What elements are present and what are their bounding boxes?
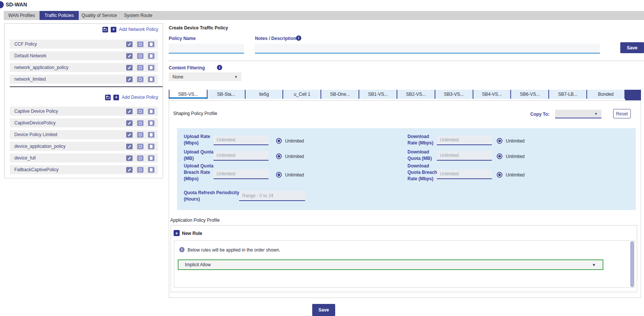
quota-refresh-input[interactable]: [239, 191, 305, 201]
save-button-top[interactable]: Save: [620, 42, 644, 53]
policy-name-link[interactable]: device_full: [14, 155, 36, 161]
trash-icon[interactable]: [148, 53, 154, 59]
trash-icon[interactable]: [148, 120, 154, 126]
policy-name-link[interactable]: Device Policy Limited: [14, 132, 57, 137]
copy-icon[interactable]: [137, 53, 143, 59]
reset-button[interactable]: Reset: [613, 109, 631, 118]
policy-name-link[interactable]: Captive Device Policy: [14, 109, 58, 114]
copy-icon[interactable]: [137, 155, 143, 161]
edit-icon[interactable]: [126, 167, 133, 173]
copy-icon[interactable]: [137, 144, 143, 149]
trash-icon[interactable]: [148, 167, 154, 173]
edit-icon[interactable]: [126, 109, 133, 114]
upload-quota-unlimited-radio[interactable]: [276, 153, 282, 159]
copy-icon[interactable]: [137, 120, 143, 126]
copy-icon[interactable]: [137, 41, 143, 47]
policy-name-link[interactable]: FallbackCaptivePolicy: [14, 167, 58, 172]
tab-overflow-button[interactable]: [625, 90, 641, 100]
add-device-policy-link[interactable]: Add Device Policy: [122, 95, 158, 100]
upload-rate-unlimited-radio[interactable]: [276, 138, 282, 144]
save-button-bottom[interactable]: Save: [312, 304, 335, 316]
download-rate-unlimited-radio[interactable]: [497, 138, 502, 144]
plus-icon[interactable]: +: [113, 95, 119, 100]
policy-name-link[interactable]: CCF Policy: [14, 41, 37, 47]
copy-icon[interactable]: [137, 167, 143, 173]
new-rule-plus-icon[interactable]: +: [174, 230, 180, 236]
iface-tab-sb4[interactable]: SB4-VS...: [473, 90, 511, 99]
folder-icon[interactable]: [105, 95, 111, 100]
iface-tab-lte5g[interactable]: lte5g: [246, 90, 284, 99]
policy-name-link[interactable]: network_limited: [14, 77, 46, 82]
policy-name-link[interactable]: CaptiveDevicePolicy: [14, 120, 55, 126]
edit-icon[interactable]: [126, 65, 133, 71]
copy-to-dropdown[interactable]: ▼: [555, 110, 601, 118]
edit-icon[interactable]: [126, 155, 133, 161]
trash-icon[interactable]: [148, 109, 154, 114]
trash-icon[interactable]: [148, 132, 154, 138]
plus-icon[interactable]: +: [111, 27, 116, 32]
edit-icon[interactable]: [126, 120, 133, 126]
iface-tab-sb6[interactable]: SB6-VS...: [511, 90, 549, 99]
copy-icon[interactable]: [137, 65, 143, 71]
iface-tab-bonded[interactable]: Bonded: [587, 90, 625, 99]
iface-tab-sb3[interactable]: SB3-VS...: [435, 90, 473, 99]
trash-icon[interactable]: [148, 77, 154, 82]
iface-tab-sbone[interactable]: SB-One...: [321, 90, 359, 99]
chevron-down-icon: ▼: [592, 263, 596, 267]
iface-tab-ucell1[interactable]: u_Cell 1: [283, 90, 321, 99]
download-quota-breach-label: Download Quota Breach Rate (Mbps): [407, 163, 439, 182]
upload-quota-breach-unlimited-radio[interactable]: [276, 172, 282, 178]
trash-icon[interactable]: [148, 65, 154, 71]
upload-quota-input[interactable]: [214, 151, 269, 161]
notes-input[interactable]: [255, 44, 600, 54]
tab-system-route[interactable]: System Route: [120, 11, 157, 20]
tab-wan-profiles[interactable]: WAN Profiles: [4, 11, 40, 20]
content-filtering-dropdown[interactable]: None ▼: [169, 72, 241, 81]
iface-tab-sb7[interactable]: SB7-LB...: [549, 90, 587, 99]
device-policy-row: FallbackCaptivePolicy: [10, 165, 158, 174]
download-quota-breach-input[interactable]: [437, 169, 492, 179]
policy-name-input[interactable]: [169, 44, 244, 54]
policy-name-link[interactable]: device_application_policy: [14, 144, 66, 149]
download-quota-unlimited-radio[interactable]: [497, 153, 502, 159]
upload-rate-input[interactable]: [214, 135, 269, 145]
network-policy-row: network_limited: [10, 75, 158, 84]
trash-icon[interactable]: [148, 144, 154, 149]
copy-icon[interactable]: [137, 132, 143, 138]
download-quota-input[interactable]: [437, 151, 492, 161]
edit-icon[interactable]: [126, 53, 133, 59]
info-icon: i: [217, 65, 222, 70]
quota-refresh-label: Quota Refresh Periodicity (Hours): [184, 190, 243, 202]
edit-icon[interactable]: [126, 77, 133, 82]
iface-tab-sb2[interactable]: SB2-VS...: [397, 90, 435, 99]
application-policy-title: Application Policy Profile: [170, 218, 220, 223]
edit-icon[interactable]: [126, 132, 133, 138]
network-policy-row: network_application_policy: [10, 63, 158, 72]
panel-divider: [10, 86, 163, 87]
copy-icon[interactable]: [137, 109, 143, 114]
shaping-profile-title: Shaping Policy Profile: [173, 111, 217, 116]
info-icon: i: [179, 247, 185, 252]
implicit-allow-dropdown[interactable]: Implicit Allow ▼: [178, 259, 603, 270]
trash-icon[interactable]: [148, 41, 154, 47]
iface-tab-sb1[interactable]: SB1-VS...: [359, 90, 397, 99]
new-rule-label[interactable]: New Rule: [182, 231, 202, 236]
upload-quota-breach-input[interactable]: [214, 169, 269, 179]
download-rate-input[interactable]: [437, 135, 492, 145]
policy-name-link[interactable]: network_application_policy: [14, 65, 68, 70]
sdwan-screen: SD-WAN WAN Profiles Traffic Policies Qua…: [0, 0, 644, 316]
tab-traffic-policies[interactable]: Traffic Policies: [40, 11, 79, 20]
edit-icon[interactable]: [126, 144, 133, 149]
add-network-policy-link[interactable]: Add Network Policy: [119, 27, 158, 32]
copy-icon[interactable]: [137, 77, 143, 82]
upload-quota-label: Upload Quota (MB): [184, 149, 215, 162]
iface-tab-sb5[interactable]: SB5-VS...: [169, 90, 208, 99]
folder-icon[interactable]: [102, 27, 108, 32]
iface-tab-sbsta[interactable]: SB-Sta...: [208, 90, 246, 99]
download-quota-breach-unlimited-radio[interactable]: [497, 172, 502, 178]
policy-name-link[interactable]: Default Network: [14, 53, 46, 58]
edit-icon[interactable]: [126, 41, 133, 47]
tab-quality-of-service[interactable]: Quality of Service: [79, 11, 120, 20]
rules-scrollbar[interactable]: [630, 241, 634, 287]
trash-icon[interactable]: [148, 155, 154, 161]
